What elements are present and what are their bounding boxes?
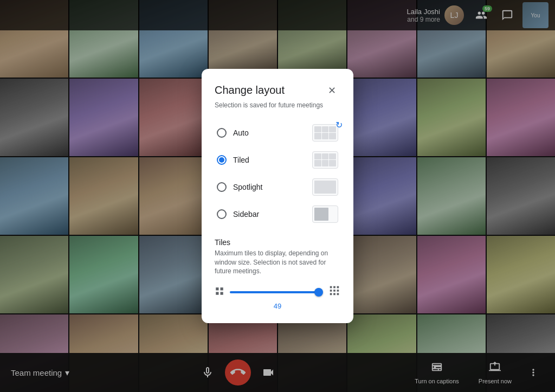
radio-spotlight [217,182,227,192]
grid-small-icon [215,286,224,299]
modal-header: Change layout ✕ [215,82,340,99]
tile-slider-row [215,285,340,300]
refresh-icon: ↻ [335,121,343,130]
layout-sidebar-label: Sidebar [233,210,259,219]
tiles-section: Tiles Maximum tiles to display, dependin… [215,238,340,310]
layout-option-spotlight[interactable]: Spotlight [215,174,340,200]
layout-spotlight-label: Spotlight [233,183,262,191]
close-icon: ✕ [328,85,336,97]
modal-subtitle: Selection is saved for future meetings [215,101,340,109]
tiles-title: Tiles [215,238,340,247]
modal-close-button[interactable]: ✕ [323,82,340,99]
preview-sidebar [312,205,338,223]
preview-auto: ↻ [312,124,338,142]
layout-tiled-label: Tiled [233,156,249,164]
tile-count-value: 49 [215,302,340,310]
radio-tiled [217,155,227,165]
change-layout-modal: Change layout ✕ Selection is saved for f… [202,69,353,323]
preview-spotlight [312,178,338,196]
layout-option-auto[interactable]: Auto ↻ [215,120,340,146]
radio-sidebar [217,209,227,219]
radio-auto [217,128,227,138]
layout-option-sidebar[interactable]: Sidebar [215,201,340,227]
grid-large-icon [328,285,340,300]
modal-title: Change layout [215,84,285,97]
tile-slider[interactable] [230,287,323,298]
layout-options: Auto ↻ [215,120,340,227]
layout-auto-label: Auto [233,128,249,137]
preview-tiled [312,151,338,169]
layout-option-tiled[interactable]: Tiled [215,147,340,173]
tiles-description: Maximum tiles to display, depending on w… [215,249,340,276]
modal-overlay: Change layout ✕ Selection is saved for f… [0,0,555,392]
